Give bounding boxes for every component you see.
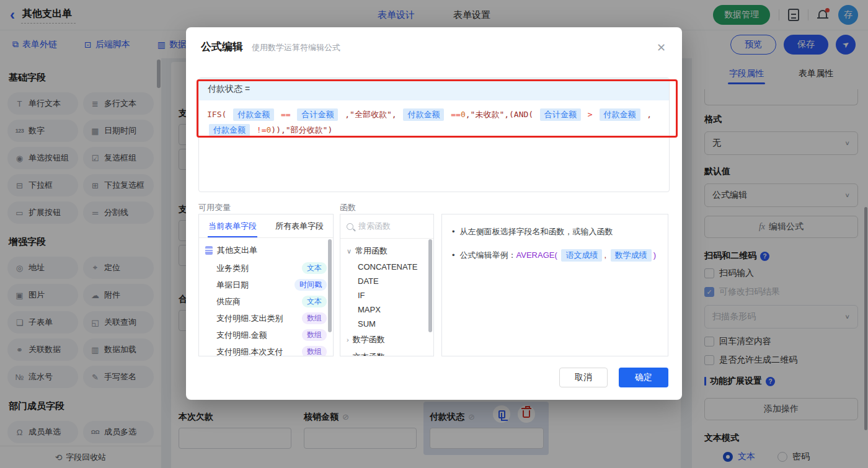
- field-chip: 合计金额: [540, 108, 581, 121]
- chevron-right-icon: ›: [347, 353, 349, 356]
- formula-expression[interactable]: IFS( 付款金额 == 合计金额 ,"全部收款", 付款金额 ==0,"未收款…: [199, 100, 669, 144]
- function-item[interactable]: MAPX: [347, 302, 427, 317]
- function-name: AVERAGE(: [516, 250, 557, 260]
- variable-name: 业务类别: [216, 263, 249, 274]
- code-token: IFS(: [207, 110, 231, 119]
- tab-all-form-fields[interactable]: 所有表单字段: [266, 214, 333, 237]
- functions-scrollbar[interactable]: [428, 239, 432, 332]
- type-badge: 数组: [302, 346, 327, 356]
- function-group-name: 常用函数: [355, 245, 388, 257]
- type-badge: 文本: [302, 262, 327, 274]
- formula-help-panel: • 从左侧面板选择字段名和函数，或输入函数 • 公式编辑举例：AVERAGE( …: [441, 214, 668, 356]
- cancel-button[interactable]: 取消: [559, 368, 608, 387]
- function-item[interactable]: DATE: [347, 274, 427, 288]
- variables-tree: 其他支出单 业务类别文本单据日期时间戳供应商文本支付明细.支出类别数组支付明细.…: [199, 238, 333, 356]
- function-group-name: 文本函数: [353, 351, 385, 356]
- variables-root[interactable]: 其他支出单: [205, 243, 327, 260]
- modal-subtitle: 使用数学运算符编辑公式: [252, 42, 340, 53]
- type-badge: 数组: [302, 312, 327, 324]
- variables-tabs: 当前表单字段 所有表单字段: [199, 214, 333, 238]
- chevron-right-icon: ›: [347, 336, 349, 343]
- variable-field-row[interactable]: 供应商文本: [205, 293, 327, 310]
- modal-footer: 取消 确定: [559, 368, 668, 387]
- variables-scrollbar[interactable]: [328, 239, 332, 332]
- variable-field-row[interactable]: 支付明细.金额数组: [205, 327, 327, 343]
- function-item[interactable]: SUM: [347, 317, 427, 331]
- variable-field-row[interactable]: 单据日期时间戳: [205, 276, 327, 293]
- search-placeholder: 搜索函数: [358, 221, 391, 232]
- formula-target: 付款状态 =: [199, 78, 669, 100]
- code-token: !=: [252, 125, 266, 135]
- variable-name: 单据日期: [216, 280, 249, 291]
- functions-panel: 搜索函数 ∨常用函数CONCATENATEDATEIFMAPXSUM›数学函数›…: [340, 214, 434, 356]
- formula-editor[interactable]: 付款状态 = IFS( 付款金额 == 合计金额 ,"全部收款", 付款金额 =…: [198, 77, 670, 192]
- confirm-button[interactable]: 确定: [619, 368, 668, 387]
- function-group[interactable]: ›数学函数: [347, 331, 427, 348]
- function-group[interactable]: ∨常用函数: [347, 242, 427, 260]
- type-badge: 时间戳: [294, 279, 327, 291]
- help-line-1: • 从左侧面板选择字段名和函数，或输入函数: [452, 226, 658, 238]
- modal-title: 公式编辑: [201, 40, 243, 54]
- formula-editor-modal: 公式编辑 使用数学运算符编辑公式 ✕ 付款状态 = IFS( 付款金额 == 合…: [186, 27, 682, 400]
- code-token: ,: [642, 110, 652, 119]
- code-token: >: [583, 110, 597, 119]
- field-chip: 付款金额: [600, 108, 640, 121]
- tab-current-form-fields[interactable]: 当前表单字段: [199, 214, 266, 237]
- type-badge: 文本: [302, 296, 327, 307]
- modal-header: 公式编辑 使用数学运算符编辑公式: [186, 27, 682, 54]
- close-paren: ): [653, 250, 656, 260]
- function-item[interactable]: IF: [347, 288, 427, 302]
- field-chip: 付款金额: [403, 108, 444, 121]
- comma: ,: [604, 250, 606, 260]
- field-chip: 付款金额: [209, 124, 250, 136]
- close-icon[interactable]: ✕: [654, 38, 668, 57]
- code-token: )),"部分收款"): [271, 125, 332, 135]
- variable-name: 支付明细.本次支付: [216, 347, 283, 357]
- field-chip: 语文成绩: [561, 249, 602, 262]
- help-line-2: • 公式编辑举例：AVERAGE( 语文成绩, 数学成绩): [452, 249, 658, 262]
- form-designer-page: ‹ 其他支出单 表单设计 表单设置 数据管理 存 ⧉ 表单外链 ⊡ 后端脚本 ▥…: [0, 0, 868, 468]
- search-icon: [347, 223, 353, 230]
- code-token: 0: [461, 110, 466, 119]
- variable-name: 支付明细.支出类别: [216, 313, 283, 324]
- functions-label: 函数: [340, 202, 356, 213]
- variable-name: 支付明细.金额: [216, 330, 267, 341]
- function-search[interactable]: 搜索函数: [340, 214, 433, 239]
- variables-label: 可用变量: [198, 202, 231, 213]
- field-chip: 付款金额: [233, 108, 274, 121]
- function-group-name: 数学函数: [353, 334, 385, 345]
- document-icon: [205, 246, 213, 255]
- field-chip: 数学成绩: [611, 249, 652, 262]
- type-badge: 数组: [302, 329, 327, 341]
- code-token: ==: [276, 110, 295, 119]
- variable-name: 供应商: [216, 296, 241, 307]
- field-chip: 合计金额: [297, 108, 338, 121]
- bullet: •: [452, 249, 455, 262]
- function-item[interactable]: CONCATENATE: [347, 260, 427, 274]
- function-group[interactable]: ›文本函数: [347, 348, 427, 356]
- chevron-down-icon: ∨: [347, 247, 352, 255]
- code-token: ,"全部收款",: [340, 110, 401, 119]
- function-tree: ∨常用函数CONCATENATEDATEIFMAPXSUM›数学函数›文本函数: [340, 239, 433, 356]
- code-token: ,"未收款",(AND(: [466, 110, 538, 119]
- variable-field-row[interactable]: 业务类别文本: [205, 260, 327, 276]
- variable-field-row[interactable]: 支付明细.本次支付数组: [205, 343, 327, 356]
- bullet: •: [452, 226, 455, 238]
- code-token: ==: [446, 110, 460, 119]
- variable-field-list: 业务类别文本单据日期时间戳供应商文本支付明细.支出类别数组支付明细.金额数组支付…: [205, 260, 327, 356]
- variables-panel: 当前表单字段 所有表单字段 其他支出单 业务类别文本单据日期时间戳供应商文本支付…: [198, 214, 334, 356]
- variable-field-row[interactable]: 支付明细.支出类别数组: [205, 310, 327, 327]
